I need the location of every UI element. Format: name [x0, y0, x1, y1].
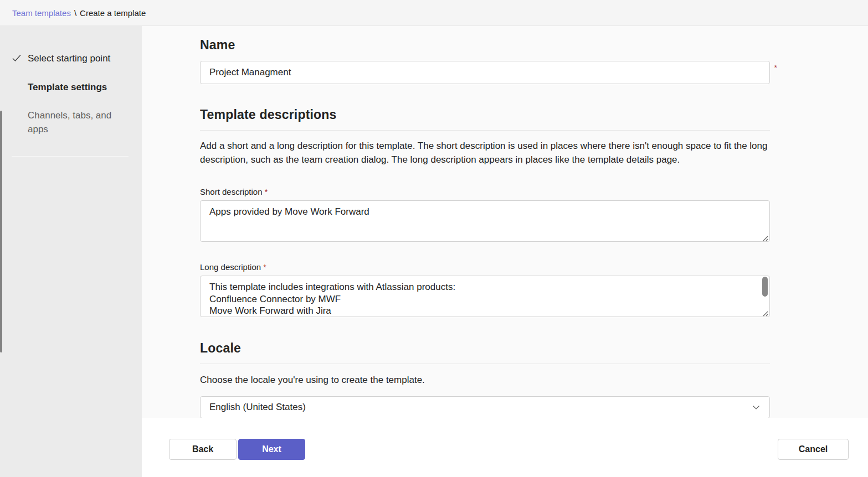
- name-section-heading: Name: [200, 38, 770, 53]
- resize-grip-icon[interactable]: [762, 234, 768, 240]
- sidebar-step-label: Select starting point: [28, 51, 110, 66]
- sidebar-step-label: Channels, tabs, and apps: [28, 108, 112, 136]
- long-description-label-text: Long description: [200, 262, 261, 272]
- page-scrollbar-thumb[interactable]: [0, 111, 2, 352]
- breadcrumb-team-templates-link[interactable]: Team templates: [12, 8, 71, 18]
- short-description-label-text: Short description: [200, 187, 263, 196]
- sidebar-step-template-settings[interactable]: Template settings: [0, 80, 142, 94]
- sidebar-step-select-starting-point[interactable]: Select starting point: [0, 51, 142, 66]
- long-description-required-marker: *: [263, 263, 266, 272]
- locale-dropdown[interactable]: English (United States): [200, 396, 770, 418]
- descriptions-intro-text: Add a short and a long description for t…: [200, 139, 770, 167]
- short-description-required-marker: *: [265, 188, 268, 196]
- chevron-down-icon: [752, 403, 761, 412]
- short-description-textarea[interactable]: [200, 200, 770, 242]
- section-divider: [200, 364, 770, 364]
- wizard-action-bar: Back Next Cancel: [142, 418, 868, 477]
- short-description-label: Short description *: [200, 187, 770, 196]
- locale-section-heading: Locale: [200, 341, 770, 356]
- resize-grip-icon[interactable]: [762, 309, 768, 315]
- sidebar-divider: [12, 156, 129, 157]
- sidebar-step-label: Template settings: [28, 80, 107, 94]
- cancel-button[interactable]: Cancel: [778, 439, 849, 460]
- long-description-label: Long description *: [200, 262, 770, 272]
- breadcrumb: Team templates\Create a template: [12, 8, 146, 18]
- template-name-input[interactable]: [200, 61, 770, 84]
- long-description-textarea[interactable]: [200, 276, 770, 317]
- wizard-steps-sidebar: Select starting point Template settings …: [0, 26, 142, 477]
- check-icon: [11, 51, 28, 66]
- breadcrumb-bar: Team templates\Create a template: [0, 0, 868, 26]
- section-divider: [200, 130, 770, 131]
- back-button[interactable]: Back: [169, 439, 237, 460]
- locale-intro-text: Choose the locale you're using to create…: [200, 373, 770, 387]
- name-required-marker: *: [774, 63, 777, 72]
- sidebar-step-channels-tabs-apps[interactable]: Channels, tabs, and apps: [0, 108, 142, 136]
- template-settings-panel: Name * Template descriptions Add a short…: [142, 26, 868, 477]
- textarea-scrollbar-thumb[interactable]: [762, 277, 768, 297]
- descriptions-section-heading: Template descriptions: [200, 107, 770, 122]
- breadcrumb-current-page: Create a template: [80, 8, 146, 18]
- locale-dropdown-selected-value: English (United States): [209, 402, 752, 413]
- next-button[interactable]: Next: [238, 439, 305, 460]
- breadcrumb-separator: \: [74, 8, 76, 18]
